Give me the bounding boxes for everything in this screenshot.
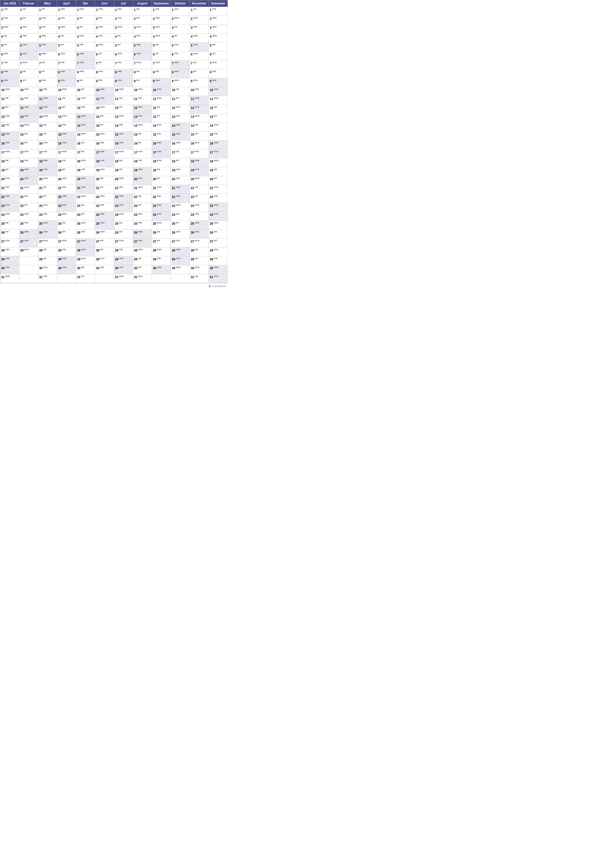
- day-cell: 5 DIE: [152, 43, 171, 51]
- day-cell: 17 MON: [57, 149, 76, 158]
- day-cell-empty: [95, 274, 114, 283]
- day-cell: 8 DIE: [133, 69, 152, 78]
- day-cell: 20 DON: [114, 176, 133, 185]
- day-cell: 5 SAM: [19, 43, 38, 51]
- month-header-mar: März: [38, 0, 57, 7]
- day-cell: 26 MON: [95, 229, 114, 239]
- day-cell: 27 DIE: [95, 239, 114, 248]
- month-header-mai: Mai: [76, 0, 95, 7]
- day-cell: 14 MIT: [95, 123, 114, 132]
- day-cell: 15 FRE: [209, 132, 228, 141]
- day-cell: 12 SAM: [133, 105, 152, 114]
- day-cell: 15 DIE: [133, 132, 152, 141]
- day-cell: 16 FRE: [95, 141, 114, 149]
- day-cell: 2 DON: [190, 16, 209, 25]
- day-cell: 1 DON: [95, 7, 114, 16]
- day-cell: 27 SAM: [76, 239, 95, 248]
- day-cell: 17 MON: [0, 149, 19, 158]
- day-cell: 30 FRE: [95, 265, 114, 274]
- day-cell: 5 FRE: [76, 43, 95, 51]
- day-cell: 31 MON: [114, 274, 133, 283]
- day-cell: 8 MON: [76, 69, 95, 78]
- day-cell: 12 MIT: [0, 105, 19, 114]
- day-cell: 18 MIT: [171, 158, 190, 167]
- day-cell: 10 MON: [114, 87, 133, 96]
- day-cell: 12 SON: [190, 105, 209, 114]
- day-cell: 6 DON: [114, 51, 133, 60]
- day-cell: 15 FRE: [152, 132, 171, 141]
- day-cell: 25 MIT: [171, 221, 190, 229]
- day-cell: 30 SON: [0, 265, 19, 274]
- day-cell: 15 MON: [76, 132, 95, 141]
- day-cell: 18 SAM: [38, 158, 57, 167]
- day-cell: 24 FRE: [190, 212, 209, 221]
- day-cell: 29 MIT: [38, 256, 57, 265]
- day-cell: 7 FRE: [114, 60, 133, 69]
- day-cell: 14 FRE: [57, 123, 76, 132]
- day-cell: 3 DON: [133, 25, 152, 34]
- day-cell: 16 MIT: [19, 141, 38, 149]
- day-cell: 25 SAM: [38, 221, 57, 229]
- day-cell: 25 MON: [152, 221, 171, 229]
- day-cell: 9 SAM: [209, 78, 228, 87]
- day-cell: 4 DON: [76, 34, 95, 43]
- day-cell: 3 MON: [0, 25, 19, 34]
- day-cell: 1 MIT: [190, 7, 209, 16]
- day-cell: 21 FRE: [57, 185, 76, 194]
- day-cell: 13 SON: [19, 114, 38, 123]
- day-cell: 25 SON: [95, 221, 114, 229]
- day-cell: 5 SON: [190, 43, 209, 51]
- day-cell: 23 FRE: [95, 203, 114, 212]
- day-cell: 21 DIE: [38, 185, 57, 194]
- day-cell: 11 DIE: [57, 96, 76, 105]
- day-cell: 24 SON: [209, 212, 228, 221]
- day-cell: 7 DON: [209, 60, 228, 69]
- day-cell: 13 DON: [114, 114, 133, 123]
- day-cell: 11 FRE: [133, 96, 152, 105]
- day-cell: 27 MON: [190, 239, 209, 248]
- day-cell: 23 SAM: [152, 203, 171, 212]
- day-cell: 13 MON: [190, 114, 209, 123]
- day-cell: 28 DIE: [190, 248, 209, 256]
- day-cell: 20 SON: [19, 176, 38, 185]
- day-cell: 17 FRE: [38, 149, 57, 158]
- day-cell: 19 FRE: [76, 167, 95, 176]
- day-cell: 29 DIE: [133, 256, 152, 265]
- day-cell: 19 DIE: [209, 167, 228, 176]
- day-cell: 15 DON: [95, 132, 114, 141]
- day-cell: 20 DON: [57, 176, 76, 185]
- day-cell: 21 FRE: [0, 185, 19, 194]
- day-cell: 13 SAM: [76, 114, 95, 123]
- day-cell: 5 SAM: [133, 43, 152, 51]
- day-cell: 19 SAM: [133, 167, 152, 176]
- day-cell: 27 SON: [19, 239, 38, 248]
- day-cell: 17 SAM: [95, 149, 114, 158]
- day-cell: 10 FRE: [38, 87, 57, 96]
- day-cell: 12 DIE: [152, 105, 171, 114]
- day-cell: 15 SON: [171, 132, 190, 141]
- day-cell: 29 FRE: [152, 256, 171, 265]
- day-cell: 7 MIT: [95, 60, 114, 69]
- day-cell: 18 DIE: [114, 158, 133, 167]
- day-cell: 18 MON: [209, 158, 228, 167]
- day-cell: 2 SAM: [209, 16, 228, 25]
- day-cell: 27 DON: [57, 239, 76, 248]
- day-cell: 12 MIT: [114, 105, 133, 114]
- day-cell: 7 DIE: [190, 60, 209, 69]
- day-cell: 14 DIE: [38, 123, 57, 132]
- day-cell: 12 MIT: [57, 105, 76, 114]
- day-cell: 24 FRE: [38, 212, 57, 221]
- day-cell: 22 SON: [171, 194, 190, 203]
- day-cell: 11 DON: [76, 96, 95, 105]
- day-cell: 15 MIT: [38, 132, 57, 141]
- day-cell: 9 FRE: [95, 78, 114, 87]
- day-cell: 30 DIE: [76, 265, 95, 274]
- day-cell: 14 SON: [76, 123, 95, 132]
- day-cell: 22 SAM: [114, 194, 133, 203]
- day-cell: 21 MON: [19, 185, 38, 194]
- day-cell: 29 SAM: [0, 256, 19, 265]
- day-cell: 28 SON: [76, 248, 95, 256]
- day-cell: 4 FRE: [133, 34, 152, 43]
- day-cell: 8 FRE: [152, 69, 171, 78]
- day-cell: 22 FRE: [209, 194, 228, 203]
